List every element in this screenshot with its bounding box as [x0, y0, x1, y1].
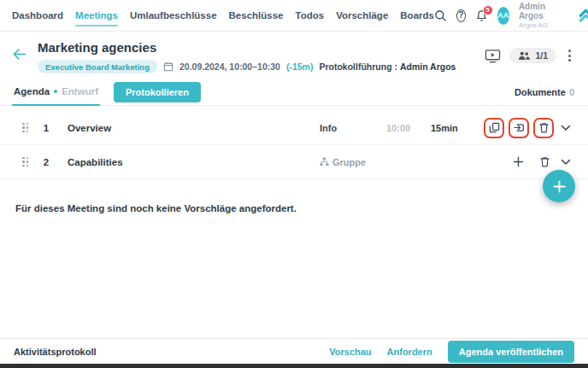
protocol-info: Protokollführung : Admin Argos: [319, 61, 456, 72]
agenda-item-type: Gruppe: [332, 157, 366, 167]
preview-link[interactable]: Vorschau: [329, 347, 371, 357]
window-bottom-edge: [0, 364, 588, 368]
nav-item-todos[interactable]: Todos: [295, 0, 324, 31]
copy-icon: [489, 122, 500, 133]
status-dot-icon: [54, 90, 57, 93]
agenda-item-duration: 15min: [431, 123, 473, 133]
request-link[interactable]: Anfordern: [387, 347, 432, 357]
nav-item-meetings[interactable]: Meetings: [75, 0, 118, 31]
agenda-list: 1 Overview Info 10:00 15min: [0, 111, 588, 179]
agenda-item-actions: [473, 118, 554, 138]
chevron-down-icon: [561, 159, 571, 166]
footer-actions: Vorschau Anfordern Agenda veröffentliche…: [329, 341, 574, 363]
group-icon: [320, 157, 329, 166]
board-badge[interactable]: Executive Board Marketing: [38, 60, 157, 73]
time-delta: (-15m): [286, 61, 314, 72]
protokollieren-button[interactable]: Protokollieren: [114, 82, 201, 102]
agenda-item-title: Overview: [68, 123, 111, 133]
drag-handle-icon[interactable]: [22, 123, 28, 133]
tab-agenda[interactable]: Agenda Entwurf: [12, 79, 100, 106]
plus-icon: [513, 156, 524, 167]
move-item-button[interactable]: [509, 118, 529, 138]
plus-icon: [553, 180, 566, 193]
attendance-pill[interactable]: 1/1: [509, 48, 556, 63]
apollo-logo-icon: [578, 9, 588, 23]
expand-item-chevron[interactable]: [556, 159, 576, 166]
agenda-row-right: Gruppe: [320, 153, 576, 172]
expand-item-chevron[interactable]: [556, 125, 576, 131]
app-window: Dashboard Meetings Umlaufbeschlüsse Besc…: [0, 0, 588, 368]
delete-item-button[interactable]: [533, 118, 554, 138]
avatar[interactable]: AA: [497, 7, 509, 25]
main-nav: Dashboard Meetings Umlaufbeschlüsse Besc…: [12, 0, 434, 31]
activity-log-link[interactable]: Aktivitätsprotokoll: [14, 347, 97, 357]
add-sub-item-button[interactable]: [509, 153, 527, 172]
nav-right-cluster: ? 5 AA Admin Argos Argos AG Apollo.ai: [434, 2, 588, 29]
calendar-icon: [163, 61, 173, 72]
nav-item-umlaufbeschluesse[interactable]: Umlaufbeschlüsse: [130, 0, 217, 31]
header-actions: 1/1: [485, 47, 574, 64]
duplicate-item-button[interactable]: [484, 118, 504, 138]
present-screen-icon[interactable]: [485, 49, 501, 63]
tabs-row: Agenda Entwurf Protokollieren Dokumente …: [0, 79, 588, 106]
back-button[interactable]: [12, 48, 26, 73]
notifications-bell-icon[interactable]: 5: [475, 9, 488, 22]
top-nav: Dashboard Meetings Umlaufbeschlüsse Besc…: [0, 0, 588, 32]
user-info[interactable]: Admin Argos Argos AG: [519, 2, 555, 29]
agenda-item-start-time: 10:00: [386, 123, 431, 133]
attendance-count: 1/1: [535, 50, 548, 61]
meeting-datetime: 20.09.2024, 10:00–10:30: [179, 61, 280, 72]
protocol-label: Protokollführung :: [319, 61, 397, 72]
add-agenda-item-fab[interactable]: [543, 170, 575, 202]
documents-count: 0: [569, 87, 574, 97]
attendees-icon: [518, 51, 531, 61]
page-title: Marketing agencies: [38, 40, 485, 55]
agenda-item-title: Capabilities: [68, 157, 123, 167]
nav-item-beschluesse[interactable]: Beschlüsse: [229, 0, 284, 31]
user-name: Admin Argos: [519, 2, 555, 21]
tab-agenda-label: Agenda: [14, 86, 50, 96]
documents-toggle[interactable]: Dokumente 0: [514, 87, 574, 97]
protocol-name: Admin Argos: [400, 61, 456, 72]
help-icon[interactable]: ?: [456, 9, 466, 22]
more-options-icon[interactable]: [565, 47, 574, 64]
delete-item-button[interactable]: [535, 153, 554, 172]
bottom-action-bar: Aktivitätsprotokoll Vorschau Anfordern A…: [0, 338, 588, 364]
publish-agenda-button[interactable]: Agenda veröffentlichen: [448, 341, 574, 363]
agenda-status: Entwurf: [62, 86, 98, 96]
agenda-row-capabilities[interactable]: 2 Capabilities Gruppe: [0, 145, 588, 179]
chevron-down-icon: [561, 125, 571, 131]
agenda-item-actions: [473, 153, 554, 172]
nav-item-dashboard[interactable]: Dashboard: [12, 0, 63, 31]
trash-icon: [540, 156, 550, 167]
documents-label: Dokumente: [514, 87, 566, 97]
meeting-meta: Executive Board Marketing 20.09.2024, 10…: [38, 60, 485, 73]
notification-badge: 5: [483, 5, 493, 15]
drag-handle-icon[interactable]: [22, 157, 28, 167]
nav-item-vorschlaege[interactable]: Vorschläge: [336, 0, 388, 31]
page-header: Marketing agencies Executive Board Marke…: [0, 32, 588, 79]
move-into-icon: [514, 122, 525, 133]
agenda-item-type: Info: [320, 123, 337, 133]
brand-logo: Apollo.ai: [578, 9, 588, 23]
search-icon[interactable]: [434, 9, 447, 22]
help-glyph: ?: [458, 11, 463, 20]
meeting-info: Marketing agencies Executive Board Marke…: [38, 40, 485, 73]
no-proposals-message: Für dieses Meeting sind noch keine Vorsc…: [15, 203, 574, 213]
agenda-item-number: 2: [40, 157, 52, 167]
agenda-item-number: 1: [40, 123, 52, 133]
user-org: Argos AG: [519, 21, 555, 29]
agenda-row-right: Info 10:00 15min: [320, 118, 576, 138]
agenda-row-overview[interactable]: 1 Overview Info 10:00 15min: [0, 111, 588, 145]
trash-icon: [539, 122, 549, 133]
nav-item-boards[interactable]: Boards: [400, 0, 434, 31]
